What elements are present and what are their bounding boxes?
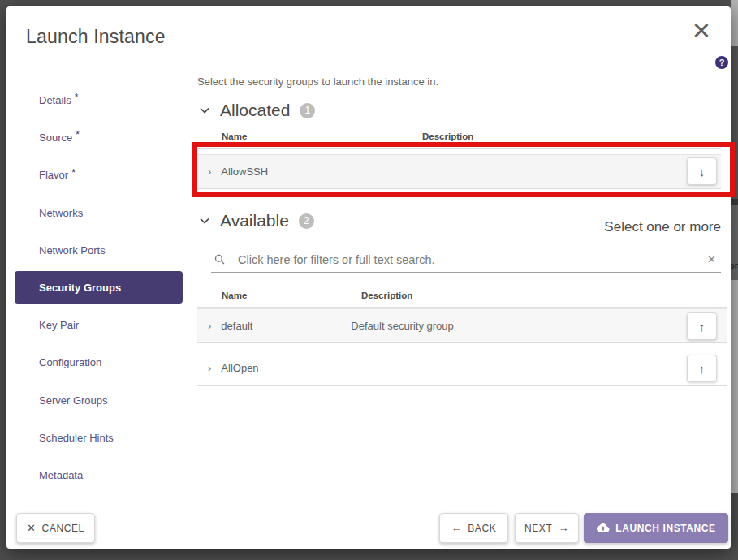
cancel-button[interactable]: ✕ CANCEL	[16, 513, 95, 543]
background-text-fragment: on	[731, 261, 738, 270]
help-icon[interactable]: ?	[715, 56, 728, 69]
sidebar-item-label: Networks	[39, 207, 83, 219]
sidebar-item-label: Flavor	[39, 169, 68, 181]
security-group-name: AllowSSH	[221, 166, 412, 178]
cancel-button-label: CANCEL	[42, 523, 84, 534]
sidebar-item-server-groups[interactable]: Server Groups	[15, 381, 183, 419]
cloud-upload-icon	[596, 523, 610, 533]
background-strip	[731, 280, 738, 493]
background-strip	[731, 199, 738, 205]
background-strip: on	[731, 205, 738, 280]
arrow-left-icon: ←	[451, 522, 463, 534]
available-section-header[interactable]: Available 2	[199, 211, 314, 230]
sidebar-item-scheduler-hints[interactable]: Scheduler Hints	[15, 419, 183, 456]
sidebar-item-key-pair[interactable]: Key Pair	[15, 306, 183, 343]
divider	[197, 148, 721, 149]
chevron-down-icon	[199, 215, 210, 226]
sidebar-item-configuration[interactable]: Configuration	[15, 344, 183, 381]
filter-search-field[interactable]: ✕	[211, 247, 721, 273]
sidebar-item-label: Configuration	[39, 356, 101, 368]
selection-hint: Select one or more	[429, 219, 721, 235]
sidebar-item-flavor[interactable]: Flavor*	[15, 157, 183, 194]
security-group-name: AllOpen	[221, 362, 351, 374]
step-description: Select the security groups to launch the…	[197, 75, 438, 88]
allocate-button-default[interactable]: ↑	[687, 312, 717, 340]
table-row-allopen[interactable]: › AllOpen	[197, 351, 727, 386]
arrow-down-icon: ↓	[699, 165, 706, 179]
column-header-description: Description	[422, 131, 473, 141]
security-group-description: Default security group	[351, 320, 453, 332]
arrow-right-icon: →	[558, 522, 569, 534]
sidebar-item-label: Metadata	[39, 469, 83, 481]
sidebar-item-networks[interactable]: Networks	[15, 194, 183, 231]
x-icon: ✕	[27, 522, 37, 534]
section-title: Allocated	[220, 101, 290, 120]
next-button[interactable]: NEXT →	[515, 513, 579, 543]
required-marker: *	[71, 167, 76, 179]
next-button-label: NEXT	[524, 523, 552, 534]
chevron-right-icon[interactable]: ›	[208, 320, 211, 332]
section-title: Available	[220, 211, 289, 230]
sidebar-item-network-ports[interactable]: Network Ports	[15, 231, 183, 269]
deallocate-button[interactable]: ↓	[687, 157, 717, 185]
sidebar-item-label: Network Ports	[39, 244, 106, 256]
divider	[197, 307, 727, 308]
background-strip	[731, 493, 738, 560]
allocate-button-allopen[interactable]: ↑	[687, 355, 717, 382]
search-icon	[214, 254, 225, 265]
chevron-right-icon[interactable]: ›	[208, 166, 211, 178]
launch-instance-button[interactable]: LAUNCH INSTANCE	[584, 513, 728, 543]
arrow-up-icon: ↑	[699, 362, 706, 376]
arrow-up-icon: ↑	[699, 320, 706, 334]
clear-search-icon[interactable]: ✕	[702, 253, 721, 265]
allocated-count-badge: 1	[300, 103, 315, 118]
security-group-name: default	[221, 320, 351, 332]
available-count-badge: 2	[299, 213, 314, 229]
dialog-title: Launch Instance	[26, 26, 166, 48]
sidebar-item-label: Scheduler Hints	[39, 432, 114, 444]
launch-button-label: LAUNCH INSTANCE	[615, 523, 715, 534]
sidebar-item-source[interactable]: Source*	[15, 118, 183, 156]
wizard-steps-sidebar: Details* Source* Flavor* Networks Networ…	[15, 81, 183, 494]
table-row-allowssh[interactable]: › AllowSSH	[197, 154, 721, 189]
sidebar-item-details[interactable]: Details*	[15, 81, 183, 118]
sidebar-item-security-groups[interactable]: Security Groups	[15, 271, 183, 304]
column-header-name: Name	[222, 291, 247, 300]
close-icon[interactable]: ✕	[687, 16, 716, 45]
back-button-label: BACK	[468, 523, 496, 534]
chevron-right-icon[interactable]: ›	[208, 362, 211, 374]
sidebar-item-label: Details	[39, 94, 71, 106]
chevron-down-icon	[199, 105, 210, 116]
search-input[interactable]	[238, 253, 702, 266]
required-marker: *	[76, 129, 80, 140]
sidebar-item-label: Security Groups	[39, 282, 121, 294]
background-strip	[731, 46, 738, 199]
sidebar-item-label: Key Pair	[39, 319, 79, 331]
background-strip	[731, 0, 738, 46]
sidebar-item-metadata[interactable]: Metadata	[15, 457, 183, 494]
table-row-default[interactable]: › default Default security group	[197, 308, 727, 343]
sidebar-item-label: Server Groups	[39, 394, 108, 407]
allocated-section-header[interactable]: Allocated 1	[199, 101, 315, 120]
required-marker: *	[75, 92, 79, 103]
column-header-description: Description	[361, 291, 412, 300]
sidebar-item-label: Source	[39, 131, 72, 144]
launch-instance-dialog: Launch Instance ✕ ? Details* Source* Fla…	[6, 6, 731, 549]
column-header-name: Name	[222, 131, 247, 141]
back-button[interactable]: ← BACK	[439, 513, 508, 543]
